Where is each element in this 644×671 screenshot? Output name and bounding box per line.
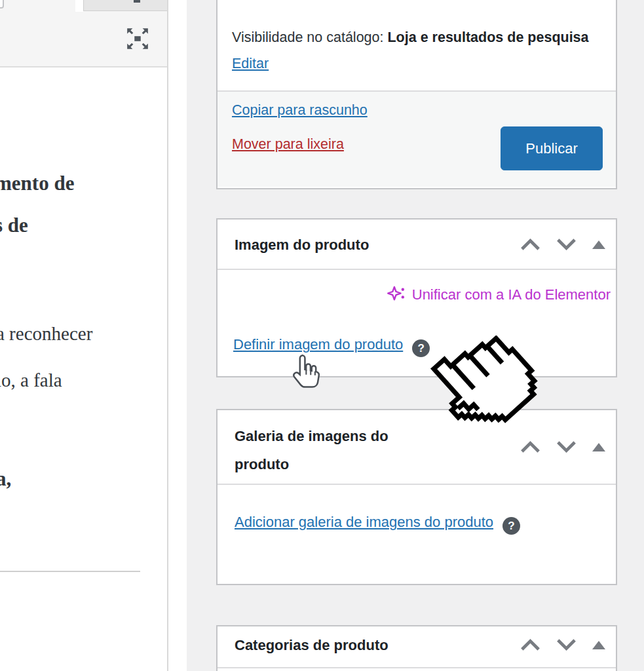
help-icon[interactable]: ?: [412, 339, 430, 357]
toggle-panel-icon[interactable]: [592, 240, 605, 249]
publish-panel: Visibilidade no catálogo: Loja e resulta…: [216, 0, 617, 189]
move-up-icon[interactable]: [520, 238, 540, 251]
ai-sparkle-icon: [386, 284, 406, 305]
move-down-icon[interactable]: [556, 638, 577, 651]
help-icon[interactable]: ?: [502, 517, 520, 535]
copy-to-draft-link[interactable]: Copiar para rascunho: [232, 102, 368, 119]
toggle-panel-icon[interactable]: [592, 443, 605, 451]
move-to-trash-link[interactable]: Mover para lixeira: [232, 136, 344, 153]
editor-visual-tab[interactable]: [0, 0, 4, 9]
product-image-header[interactable]: Imagem do produto: [218, 220, 616, 270]
ai-link-label: Unificar com a IA do Elementor: [412, 286, 611, 303]
panel-title: Galeria de imagens do produto: [235, 422, 431, 478]
tab-icon-fragment: [134, 0, 140, 3]
publishing-actions: Copiar para rascunho Mover para lixeira …: [218, 90, 616, 187]
hand-pointer-cursor-icon: [291, 354, 322, 393]
toggle-panel-icon[interactable]: [592, 641, 605, 649]
editor-text-fragment: a reconhecer: [0, 323, 92, 345]
move-down-icon[interactable]: [556, 440, 577, 453]
catalog-visibility-row: Visibilidade no catálogo: Loja e resulta…: [218, 0, 616, 90]
product-gallery-header[interactable]: Galeria de imagens do produto: [218, 410, 616, 485]
elementor-ai-link[interactable]: Unificar com a IA do Elementor: [386, 284, 611, 305]
edit-visibility-link[interactable]: Editar: [232, 56, 269, 71]
editor-text-fragment: io, a fala: [0, 370, 62, 391]
editor-text-fragment: mento de: [0, 172, 74, 195]
panel-title: Categorias de produto: [235, 636, 388, 655]
editor-text-fragment: a,: [0, 467, 11, 491]
content-editor: mento de s de a reconhecer io, a fala a,: [0, 0, 187, 671]
product-categories-panel: Categorias de produto: [216, 625, 617, 671]
editor-content[interactable]: mento de s de a reconhecer io, a fala a,: [0, 69, 168, 671]
editor-toolbar: [0, 0, 168, 67]
product-gallery-panel: Galeria de imagens do produto Adicionar …: [216, 409, 617, 585]
product-categories-header[interactable]: Categorias de produto: [218, 626, 616, 668]
editor-text-tab[interactable]: [83, 0, 168, 11]
editor-border: [167, 0, 168, 671]
woocommerce-product-edit-page: mento de s de a reconhecer io, a fala a,…: [0, 0, 644, 671]
move-down-icon[interactable]: [556, 238, 577, 251]
tab-gap: [75, 0, 83, 12]
publish-button[interactable]: Publicar: [501, 126, 603, 170]
visibility-value: Loja e resultados de pesquisa: [387, 29, 588, 45]
add-gallery-link[interactable]: Adicionar galeria de imagens do produto: [235, 514, 493, 530]
large-pixel-hand-cursor-icon: [430, 336, 554, 443]
content-divider: [0, 571, 140, 572]
visibility-label: Visibilidade no catálogo:: [232, 29, 387, 45]
fullscreen-icon[interactable]: [125, 26, 150, 51]
move-up-icon[interactable]: [520, 638, 540, 651]
panel-title: Imagem do produto: [235, 235, 369, 255]
editor-text-fragment: s de: [0, 214, 28, 237]
set-product-image-link[interactable]: Definir imagem do produto: [233, 336, 403, 353]
product-image-panel: Imagem do produto Unificar com a IA do E…: [216, 218, 617, 377]
